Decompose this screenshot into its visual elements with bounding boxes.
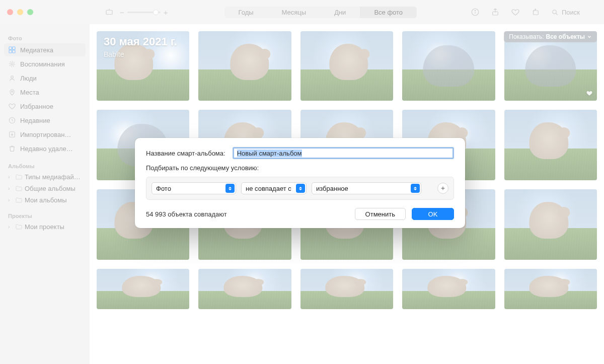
condition-label: Подбирать по следующему условию: <box>146 164 454 172</box>
seg-years[interactable]: Годы <box>224 7 268 18</box>
maximize-window-button[interactable] <box>27 9 33 15</box>
svg-point-15 <box>11 76 14 79</box>
seg-days[interactable]: Дни <box>320 7 360 18</box>
svg-rect-12 <box>13 50 15 53</box>
criteria-field-value: Фото <box>156 185 171 192</box>
toolbar: − + Годы Месяцы Дни Все фото <box>0 0 604 24</box>
places-icon <box>8 88 16 96</box>
photo-thumbnail[interactable] <box>504 189 597 260</box>
view-segmented-control: Годы Месяцы Дни Все фото <box>224 7 417 18</box>
sidebar-group-shared-albums[interactable]: › Общие альбомы <box>4 183 86 194</box>
sidebar-section-projects: Проекты <box>4 211 86 221</box>
zoom-slider[interactable]: − + <box>120 8 168 17</box>
folder-icon <box>15 196 23 204</box>
trash-icon <box>8 144 16 153</box>
sidebar-group-label: Мои проекты <box>25 223 64 231</box>
sidebar-item-places[interactable]: Места <box>4 86 86 99</box>
sidebar-item-recents[interactable]: Недавние <box>4 114 86 127</box>
add-criteria-button[interactable] <box>437 183 448 194</box>
minimize-window-button[interactable] <box>17 9 23 15</box>
album-name-value: Новый смарт-альбом <box>237 150 302 157</box>
sidebar-group-media-types[interactable]: › Типы медиафай… <box>4 171 86 183</box>
search-field[interactable] <box>551 9 597 16</box>
zoom-track[interactable] <box>127 12 161 13</box>
sidebar-item-label: Люди <box>20 75 37 82</box>
smart-album-dialog: Название смарт-альбома: Новый смарт-альб… <box>135 138 465 228</box>
chevron-down-icon <box>587 34 592 39</box>
photo-thumbnail[interactable] <box>198 269 291 309</box>
sidebar-item-people[interactable]: Люди <box>4 71 86 85</box>
seg-all-photos[interactable]: Все фото <box>360 7 417 18</box>
svg-rect-9 <box>9 47 12 49</box>
criteria-row: Фото не совпадает с избранное <box>146 177 454 200</box>
show-filter-value: Все объекты <box>546 33 585 40</box>
toolbar-right <box>471 8 597 17</box>
sidebar-section-photos: Фото <box>4 33 86 43</box>
memories-icon <box>8 60 16 68</box>
sidebar-group-my-albums[interactable]: › Мои альбомы <box>4 194 86 206</box>
people-icon <box>8 74 16 82</box>
seg-months[interactable]: Месяцы <box>268 7 321 18</box>
sidebar-group-my-projects[interactable]: › Мои проекты <box>4 221 86 233</box>
sidebar-group-label: Общие альбомы <box>25 185 76 192</box>
rotate-icon[interactable] <box>531 8 540 17</box>
photo-thumbnail[interactable] <box>504 269 597 309</box>
search-input[interactable] <box>562 9 597 16</box>
cancel-button[interactable]: Отменить <box>355 208 406 220</box>
dropdown-stepper-icon <box>225 184 235 193</box>
criteria-field-dropdown[interactable]: Фото <box>152 182 236 194</box>
svg-line-8 <box>556 13 557 15</box>
dropdown-stepper-icon <box>411 184 420 193</box>
plus-icon <box>440 185 446 191</box>
criteria-value-dropdown[interactable]: избранное <box>312 182 421 194</box>
sidebar-item-recently-deleted[interactable]: Недавно удале… <box>4 142 86 155</box>
chevron-right-icon: › <box>8 186 13 191</box>
ok-button[interactable]: OK <box>412 208 454 220</box>
close-window-button[interactable] <box>7 9 13 15</box>
zoom-out-label[interactable]: − <box>120 8 124 17</box>
sidebar-item-imports[interactable]: Импортирован… <box>4 128 86 141</box>
sidebar-item-label: Недавние <box>20 117 50 124</box>
moment-header: 30 мая 2021 г. Babīte <box>104 35 177 58</box>
favorite-icon[interactable] <box>511 8 520 17</box>
sidebar-item-memories[interactable]: Воспоминания <box>4 57 86 70</box>
aspect-toggle-icon[interactable] <box>105 8 114 17</box>
share-icon[interactable] <box>491 8 500 17</box>
svg-point-4 <box>475 10 475 11</box>
sidebar-item-label: Импортирован… <box>20 131 71 138</box>
chevron-right-icon: › <box>8 224 13 230</box>
chevron-right-icon: › <box>8 174 13 180</box>
info-icon[interactable] <box>471 8 480 17</box>
sidebar-section-albums: Альбомы <box>4 161 86 171</box>
criteria-value-value: избранное <box>316 185 348 192</box>
zoom-thumb[interactable] <box>153 10 159 15</box>
photo-thumbnail[interactable] <box>97 269 189 309</box>
photo-thumbnail[interactable] <box>402 31 495 101</box>
show-filter-pill[interactable]: Показывать: Все объекты <box>504 31 597 42</box>
zoom-in-label[interactable]: + <box>164 8 168 17</box>
folder-icon <box>15 185 23 192</box>
folder-icon <box>15 223 23 231</box>
moment-place: Babīte <box>104 50 177 58</box>
moment-date: 30 мая 2021 г. <box>104 35 177 48</box>
svg-point-14 <box>10 61 15 67</box>
criteria-operator-dropdown[interactable]: не совпадает с <box>241 182 307 194</box>
search-icon <box>551 9 559 16</box>
photo-thumbnail[interactable] <box>504 110 597 180</box>
svg-rect-10 <box>13 47 15 49</box>
sidebar-item-label: Места <box>20 89 39 96</box>
svg-rect-6 <box>534 11 539 15</box>
sidebar-item-favorites[interactable]: Избранное <box>4 100 86 113</box>
photo-thumbnail[interactable] <box>198 31 291 101</box>
show-filter-label: Показывать: <box>509 33 544 40</box>
app-window: − + Годы Месяцы Дни Все фото <box>0 0 604 364</box>
photo-thumbnail[interactable] <box>300 269 393 309</box>
sidebar-item-library[interactable]: Медиатека <box>4 43 86 56</box>
match-count: 54 993 объекта совпадают <box>146 210 227 218</box>
import-icon <box>8 130 16 138</box>
svg-rect-11 <box>9 50 12 53</box>
photo-thumbnail[interactable] <box>300 31 393 101</box>
album-name-input[interactable]: Новый смарт-альбом <box>233 147 454 159</box>
photo-thumbnail[interactable] <box>402 269 495 309</box>
sidebar-item-label: Избранное <box>20 103 53 110</box>
